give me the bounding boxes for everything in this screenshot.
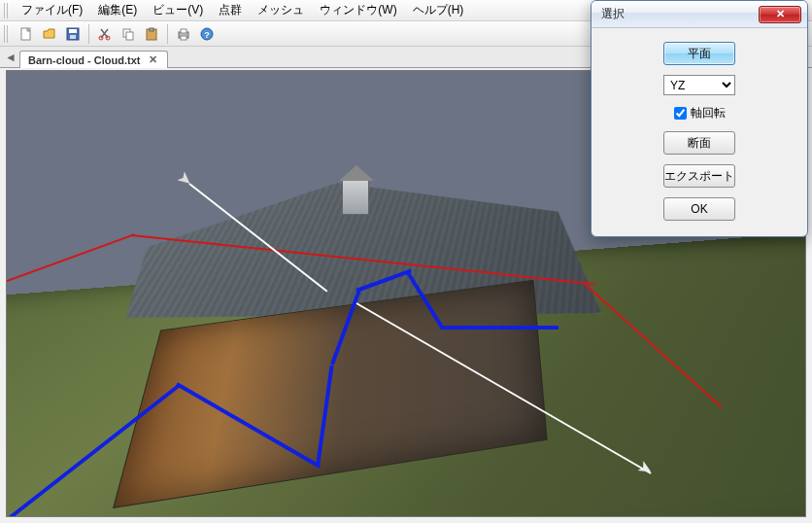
axis-select[interactable]: YZ (663, 75, 735, 95)
menubar-grip (4, 3, 10, 18)
svg-rect-9 (150, 28, 153, 31)
axis-rotate-input[interactable] (674, 107, 687, 120)
section-button[interactable]: 断面 (663, 131, 735, 155)
tab-active[interactable]: Barn-cloud - Cloud.txt ✕ (19, 51, 168, 68)
copy-button[interactable] (118, 23, 139, 45)
print-icon (176, 26, 191, 42)
tab-scroll-left[interactable]: ◄ (4, 51, 17, 64)
menu-view[interactable]: ビュー(V) (145, 0, 211, 20)
dialog-title: 選択 (601, 6, 759, 22)
paste-button[interactable] (141, 23, 162, 45)
axis-rotate-label: 軸回転 (691, 105, 726, 122)
dialog-body: 平面 YZ 軸回転 断面 エクスポート OK (592, 28, 807, 236)
copy-icon (120, 26, 136, 42)
menu-mesh[interactable]: メッシュ (250, 0, 312, 20)
svg-rect-7 (126, 32, 133, 40)
toolbar-separator (88, 24, 89, 44)
dialog-titlebar[interactable]: 選択 ✕ (592, 1, 807, 28)
tab-title: Barn-cloud - Cloud.txt (28, 54, 141, 66)
svg-rect-2 (69, 29, 77, 33)
open-folder-icon (42, 26, 57, 42)
open-button[interactable] (39, 23, 60, 45)
menu-edit[interactable]: 編集(E) (90, 0, 145, 20)
new-file-button[interactable] (16, 23, 37, 45)
tab-close-button[interactable]: ✕ (147, 53, 159, 66)
cut-icon (97, 26, 113, 42)
help-button[interactable]: ? (196, 23, 218, 45)
svg-text:?: ? (204, 30, 210, 40)
close-icon: ✕ (776, 8, 785, 20)
axis-rotate-checkbox[interactable]: 軸回転 (674, 105, 726, 122)
svg-rect-3 (70, 35, 76, 39)
save-button[interactable] (62, 23, 84, 45)
svg-rect-12 (181, 36, 186, 40)
toolbar-separator-2 (167, 24, 168, 44)
toolbar-grip (4, 25, 10, 43)
section-plane-blue (442, 326, 558, 330)
new-file-icon (18, 26, 34, 42)
cut-button[interactable] (94, 23, 116, 45)
section-boundary-red (7, 233, 135, 281)
print-button[interactable] (173, 23, 194, 45)
barn-cupola (342, 178, 369, 215)
help-icon: ? (199, 26, 215, 42)
menu-file[interactable]: ファイル(F) (14, 0, 90, 20)
ok-button[interactable]: OK (663, 197, 735, 221)
menu-help[interactable]: ヘルプ(H) (405, 0, 472, 20)
export-button[interactable]: エクスポート (663, 164, 735, 188)
svg-rect-11 (181, 29, 186, 33)
menu-window[interactable]: ウィンドウ(W) (312, 0, 404, 20)
plane-button[interactable]: 平面 (663, 42, 735, 65)
save-icon (65, 26, 81, 42)
menu-points[interactable]: 点群 (211, 0, 250, 20)
dialog-close-button[interactable]: ✕ (759, 6, 801, 23)
selection-dialog: 選択 ✕ 平面 YZ 軸回転 断面 エクスポート OK (591, 0, 808, 237)
paste-icon (144, 26, 159, 42)
